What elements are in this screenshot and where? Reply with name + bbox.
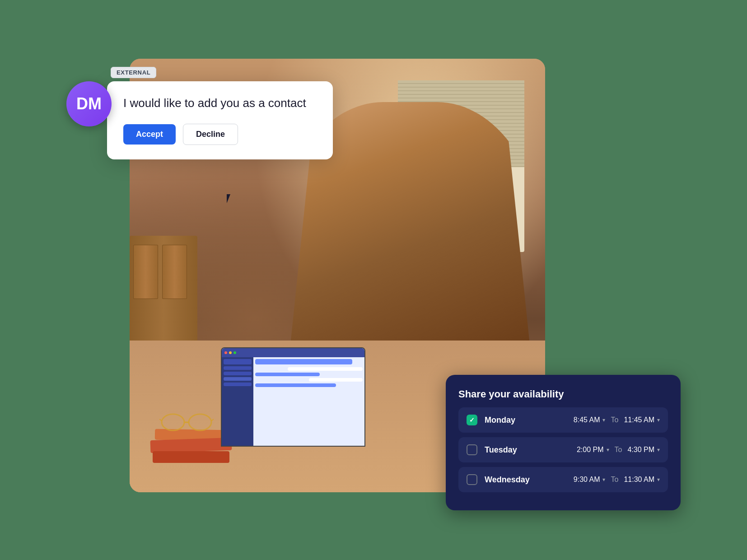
chevron-down-icon: ▾ [602, 417, 605, 423]
glasses [159, 411, 214, 434]
external-badge-label: EXTERNAL [117, 69, 150, 76]
tuesday-label: Tuesday [485, 445, 530, 455]
svg-point-1 [189, 414, 211, 430]
contact-message: I would like to add you as a contact [123, 96, 317, 111]
contact-buttons: Accept Decline [123, 124, 317, 145]
cabinet-door [133, 245, 158, 299]
chevron-down-icon: ▾ [657, 476, 660, 483]
external-badge: EXTERNAL [111, 67, 156, 78]
svg-line-4 [211, 419, 214, 421]
availability-card: Share your availability ✓ Monday 8:45 AM… [446, 375, 681, 510]
cabinet-door [162, 245, 187, 299]
chat-bubble [255, 373, 320, 376]
monday-to-time[interactable]: 11:45 AM ▾ [624, 416, 660, 424]
chat-bubble [309, 378, 363, 382]
blind-slat [398, 88, 524, 91]
availability-row-tuesday: Tuesday 2:00 PM ▾ To 4:30 PM ▾ [458, 437, 668, 462]
tuesday-to-value: 4:30 PM [627, 446, 654, 454]
laptop-screen [222, 348, 364, 446]
blind-slat [398, 84, 524, 88]
book [150, 437, 232, 453]
tuesday-from-time[interactable]: 2:00 PM ▾ [577, 446, 609, 454]
close-dot [224, 351, 227, 354]
chevron-down-icon: ▾ [657, 417, 660, 423]
wednesday-label: Wednesday [485, 475, 530, 485]
availability-title: Share your availability [458, 388, 668, 400]
time-separator: To [611, 416, 618, 424]
mouse-cursor [227, 194, 235, 205]
maximize-dot [233, 351, 236, 354]
time-separator: To [615, 446, 622, 454]
laptop-titlebar [222, 348, 364, 357]
blind-slat [398, 95, 524, 98]
chevron-down-icon: ▾ [602, 476, 605, 483]
chat-bubble [255, 383, 336, 387]
monday-label: Monday [485, 415, 530, 425]
availability-row-monday: ✓ Monday 8:45 AM ▾ To 11:45 AM ▾ [458, 407, 668, 433]
avatar: DM [66, 81, 112, 126]
monday-to-value: 11:45 AM [624, 416, 654, 424]
sidebar-item [224, 377, 252, 381]
svg-line-3 [159, 419, 162, 421]
laptop-main-area [253, 357, 364, 446]
chevron-down-icon: ▾ [607, 447, 609, 453]
blind-slat [398, 80, 524, 84]
availability-row-wednesday: Wednesday 9:30 AM ▾ To 11:30 AM ▾ [458, 467, 668, 492]
tuesday-time: 2:00 PM ▾ To 4:30 PM ▾ [577, 446, 660, 454]
svg-point-0 [162, 414, 184, 430]
wednesday-from-value: 9:30 AM [574, 476, 600, 484]
tuesday-checkbox[interactable] [467, 444, 477, 455]
laptop [221, 347, 365, 447]
monday-from-value: 8:45 AM [574, 416, 600, 424]
minimize-dot [229, 351, 232, 354]
wednesday-from-time[interactable]: 9:30 AM ▾ [574, 476, 606, 484]
sidebar-item [224, 359, 252, 364]
sidebar-item [224, 366, 252, 370]
time-separator: To [611, 476, 618, 484]
chat-bar [255, 359, 352, 364]
wednesday-to-value: 11:30 AM [624, 476, 654, 484]
sidebar-item [224, 372, 252, 375]
monday-from-time[interactable]: 8:45 AM ▾ [574, 416, 606, 424]
wednesday-time: 9:30 AM ▾ To 11:30 AM ▾ [574, 476, 660, 484]
chevron-down-icon: ▾ [657, 447, 660, 453]
blind-slat [398, 98, 524, 102]
accept-button[interactable]: Accept [123, 124, 176, 145]
avatar-initials: DM [76, 94, 102, 113]
blind-slat [398, 91, 524, 95]
sidebar-item [224, 383, 252, 386]
monday-checkbox[interactable]: ✓ [467, 415, 477, 425]
check-icon: ✓ [469, 416, 475, 424]
decline-button[interactable]: Decline [183, 124, 238, 145]
scene: DM EXTERNAL I would like to add you as a… [57, 32, 690, 528]
laptop-content [222, 357, 364, 446]
wednesday-to-time[interactable]: 11:30 AM ▾ [624, 476, 660, 484]
tuesday-from-value: 2:00 PM [577, 446, 604, 454]
laptop-sidebar [222, 357, 253, 446]
book [153, 451, 229, 463]
monday-time: 8:45 AM ▾ To 11:45 AM ▾ [574, 416, 660, 424]
contact-request-card: I would like to add you as a contact Acc… [107, 81, 333, 159]
chat-bubble [288, 367, 363, 371]
tuesday-to-time[interactable]: 4:30 PM ▾ [627, 446, 660, 454]
glasses-icon [159, 411, 214, 434]
wednesday-checkbox[interactable] [467, 474, 477, 485]
